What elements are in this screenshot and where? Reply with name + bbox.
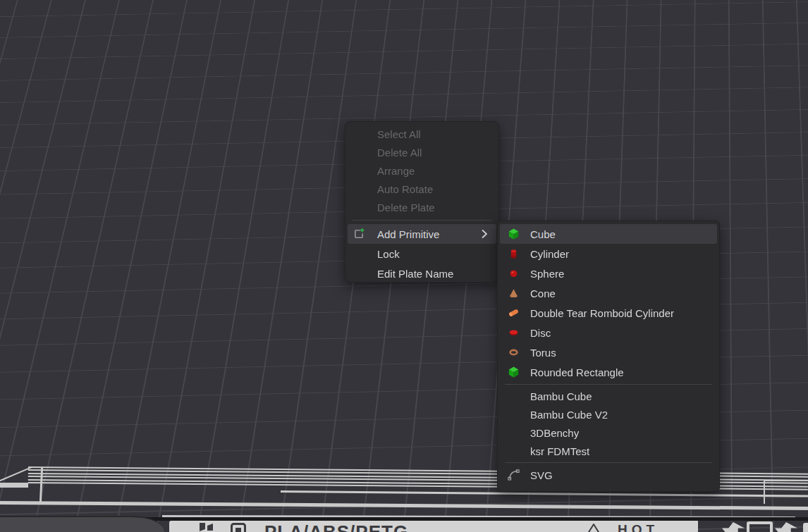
submenu-item-disc[interactable]: Disc [500, 323, 717, 342]
submenu-item-double-tear-romboid-cylinder[interactable]: Double Tear Romboid Cylinder [500, 303, 717, 323]
menu-item-label: Cone [530, 287, 556, 299]
submenu-item-torus[interactable]: Torus [500, 342, 717, 362]
menu-item-label: Delete Plate [377, 202, 435, 214]
plate-edge-block [0, 483, 28, 488]
menu-item-label: Disc [530, 327, 551, 339]
add-primitive-submenu: Cube Cylinder Sphere Cone Double Tear Ro… [497, 221, 720, 492]
menu-separator [505, 384, 712, 385]
menu-item-add-primitive[interactable]: Add Primitive [348, 224, 496, 244]
menu-item-label: Arrange [377, 165, 415, 177]
plate-context-menu: Select All Delete All Arrange Auto Rotat… [345, 121, 499, 283]
submenu-item-rounded-rectangle[interactable]: Rounded Rectangle [500, 362, 717, 382]
menu-item-label: Sphere [530, 268, 564, 280]
menu-item-arrange[interactable]: Arrange [348, 161, 496, 180]
plate-sticker: PLA/ABS/PETG HOT [169, 521, 698, 532]
menu-separator [353, 220, 491, 221]
cylinder-icon [508, 248, 520, 260]
hot-label: HOT [618, 522, 659, 532]
handle-outline-icon [747, 521, 773, 532]
submenu-item-svg[interactable]: SVG [500, 465, 717, 485]
cube-icon [508, 228, 520, 240]
submenu-item-3dbenchy[interactable]: 3DBenchy [500, 423, 717, 442]
menu-item-lock[interactable]: Lock [348, 244, 496, 264]
menu-item-edit-plate-name[interactable]: Edit Plate Name [348, 264, 496, 283]
menu-item-delete-all[interactable]: Delete All [348, 143, 496, 161]
torus-icon [508, 347, 520, 359]
menu-item-label: Delete All [377, 147, 422, 159]
menu-item-label: Torus [530, 347, 556, 359]
hot-surface-warning-icon [584, 523, 604, 532]
bambu-lab-logo-icon [197, 523, 216, 532]
menu-item-label: Auto Rotate [377, 183, 433, 195]
submenu-item-bambu-cube-v2[interactable]: Bambu Cube V2 [500, 405, 717, 423]
menu-item-label: Cube [530, 228, 556, 240]
menu-item-label: Rounded Rectangle [530, 366, 624, 378]
menu-item-label: Select All [377, 128, 421, 140]
plate-corner-line [764, 480, 808, 481]
add-primitive-icon [353, 228, 365, 240]
menu-item-label: Bambu Cube V2 [530, 409, 608, 421]
submenu-chevron-icon [481, 229, 488, 239]
menu-item-label: Add Primitive [377, 228, 439, 240]
sphere-icon [508, 268, 520, 280]
menu-separator [505, 462, 712, 463]
menu-item-label: Double Tear Romboid Cylinder [530, 307, 674, 319]
menu-item-auto-rotate[interactable]: Auto Rotate [348, 180, 496, 198]
svg-curve-icon [508, 469, 520, 481]
plate-corner-line [764, 480, 765, 504]
menu-item-label: Cylinder [530, 248, 569, 260]
menu-item-label: Bambu Cube [530, 390, 592, 402]
menu-item-delete-plate[interactable]: Delete Plate [348, 198, 496, 216]
submenu-item-cube[interactable]: Cube [500, 224, 717, 244]
menu-item-label: Edit Plate Name [377, 268, 453, 280]
plate-sticker-fragment [803, 523, 808, 532]
plate-name-tab[interactable] [0, 516, 164, 532]
square-brand-logo-icon [230, 523, 247, 532]
submenu-item-cylinder[interactable]: Cylinder [500, 244, 717, 264]
submenu-item-sphere[interactable]: Sphere [500, 264, 717, 283]
menu-item-select-all[interactable]: Select All [348, 125, 496, 143]
menu-item-label: ksr FDMTest [530, 445, 589, 457]
rounded-rectangle-icon [508, 366, 520, 378]
menu-item-label: Lock [377, 248, 400, 260]
disc-icon [508, 327, 520, 339]
menu-item-label: SVG [530, 469, 553, 481]
submenu-item-bambu-cube[interactable]: Bambu Cube [500, 387, 717, 405]
submenu-item-ksr-fdmtest[interactable]: ksr FDMTest [500, 442, 717, 460]
plate-material-label: PLA/ABS/PETG [264, 521, 408, 532]
romboid-cylinder-icon [508, 307, 520, 319]
cone-icon [508, 287, 520, 299]
submenu-item-cone[interactable]: Cone [500, 283, 717, 303]
menu-item-label: 3DBenchy [530, 427, 579, 439]
